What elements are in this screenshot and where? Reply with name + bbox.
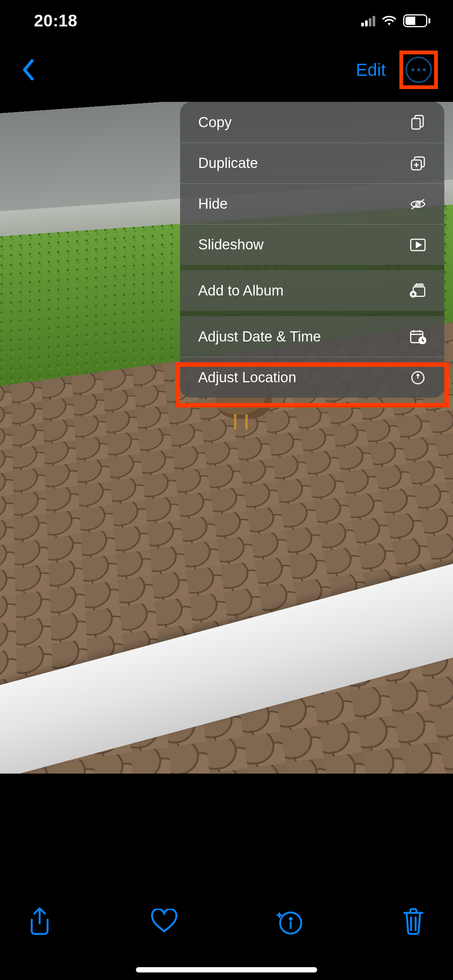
wifi-icon — [381, 15, 397, 27]
calendar-clock-icon — [410, 328, 426, 345]
menu-item-add-to-album[interactable]: Add to Album — [180, 270, 444, 311]
menu-item-adjust-location[interactable]: Adjust Location — [180, 357, 444, 398]
play-rect-icon — [410, 237, 426, 253]
svg-rect-0 — [412, 118, 420, 129]
copy-icon — [410, 114, 426, 130]
cellular-signal-icon — [361, 15, 375, 26]
ellipsis-icon — [412, 68, 415, 71]
duplicate-icon — [410, 155, 426, 172]
menu-item-label: Slideshow — [198, 237, 263, 253]
heart-icon — [150, 909, 179, 934]
menu-item-label: Adjust Date & Time — [198, 329, 321, 345]
menu-item-duplicate[interactable]: Duplicate — [180, 143, 444, 183]
eye-off-icon — [410, 196, 426, 212]
status-time: 20:18 — [34, 11, 77, 30]
bottom-toolbar — [0, 884, 453, 959]
chevron-left-icon — [22, 59, 35, 81]
menu-item-label: Hide — [198, 196, 228, 212]
status-right: 45 — [361, 14, 430, 27]
edit-button[interactable]: Edit — [356, 60, 386, 80]
menu-item-adjust-datetime[interactable]: Adjust Date & Time — [180, 316, 444, 357]
menu-item-copy[interactable]: Copy — [180, 102, 444, 143]
menu-item-label: Copy — [198, 115, 232, 130]
menu-item-label: Adjust Location — [198, 369, 296, 386]
album-add-icon — [410, 282, 426, 299]
share-button[interactable] — [24, 907, 55, 937]
svg-point-10 — [290, 918, 292, 920]
battery-percent: 45 — [410, 16, 421, 26]
highlight-more-button — [399, 51, 438, 89]
battery-icon: 45 — [403, 14, 430, 27]
trash-icon — [402, 908, 425, 935]
nav-bar: Edit — [0, 41, 453, 98]
favorite-button[interactable] — [149, 907, 179, 937]
info-button[interactable] — [274, 907, 304, 937]
home-indicator — [136, 967, 317, 972]
info-sparkle-icon — [274, 908, 303, 935]
menu-item-label: Duplicate — [198, 155, 258, 171]
share-icon — [28, 907, 51, 936]
context-menu: Copy Duplicate Hide — [180, 102, 444, 398]
more-button[interactable] — [405, 57, 432, 83]
status-bar: 20:18 45 — [0, 0, 453, 41]
location-pin-icon — [410, 369, 426, 386]
menu-item-slideshow[interactable]: Slideshow — [180, 224, 444, 265]
back-button[interactable] — [15, 57, 41, 83]
menu-item-label: Add to Album — [198, 283, 284, 299]
delete-button[interactable] — [398, 907, 429, 937]
menu-item-hide[interactable]: Hide — [180, 183, 444, 224]
